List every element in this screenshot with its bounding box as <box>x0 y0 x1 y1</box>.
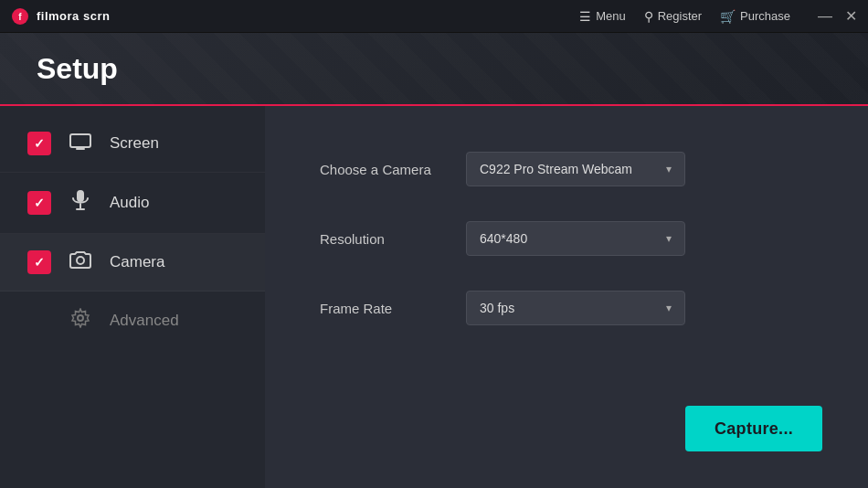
main-content: ✓ Screen ✓ <box>0 106 868 488</box>
cart-icon: 🛒 <box>720 9 736 24</box>
resolution-setting-row: Resolution 640*480 ▾ <box>320 221 813 256</box>
framerate-dropdown[interactable]: 30 fps ▾ <box>466 291 685 325</box>
framerate-dropdown-arrow-icon: ▾ <box>666 302 672 314</box>
camera-dropdown-arrow-icon: ▾ <box>666 163 672 175</box>
camera-label: Choose a Camera <box>320 162 466 177</box>
sidebar-item-audio[interactable]: ✓ Audio <box>0 173 265 234</box>
svg-rect-2 <box>70 134 90 147</box>
mic-icon <box>68 189 93 217</box>
register-button[interactable]: ⚲ Register <box>644 9 702 24</box>
framerate-label: Frame Rate <box>320 301 466 316</box>
purchase-button[interactable]: 🛒 Purchase <box>720 9 790 24</box>
sidebar-advanced-label: Advanced <box>110 312 179 330</box>
titlebar: f filmora scrn ☰ Menu ⚲ Register 🛒 Purch… <box>0 0 868 33</box>
register-icon: ⚲ <box>644 9 653 24</box>
svg-rect-5 <box>77 190 84 202</box>
svg-point-9 <box>78 315 83 321</box>
window-controls: — ✕ <box>818 9 857 24</box>
camera-icon <box>68 250 93 274</box>
sidebar-item-camera[interactable]: ✓ Camera <box>0 234 265 292</box>
screen-icon <box>68 132 93 155</box>
settings-panel: Choose a Camera C922 Pro Stream Webcam ▾… <box>265 106 868 488</box>
filmora-logo-icon: f <box>11 7 29 26</box>
resolution-dropdown[interactable]: 640*480 ▾ <box>466 221 685 256</box>
titlebar-right: ☰ Menu ⚲ Register 🛒 Purchase — ✕ <box>579 9 857 24</box>
check-icon: ✓ <box>34 136 45 151</box>
close-button[interactable]: ✕ <box>845 9 857 24</box>
sidebar-screen-label: Screen <box>110 134 159 153</box>
page-title: Setup <box>37 52 118 86</box>
screen-checkbox[interactable]: ✓ <box>27 132 51 155</box>
sidebar-camera-label: Camera <box>110 253 164 271</box>
app-logo-text: filmora scrn <box>37 9 110 23</box>
framerate-value: 30 fps <box>480 301 514 315</box>
sidebar-audio-label: Audio <box>110 194 149 212</box>
audio-checkbox[interactable]: ✓ <box>27 191 51 215</box>
camera-dropdown[interactable]: C922 Pro Stream Webcam ▾ <box>466 152 685 186</box>
resolution-label: Resolution <box>320 231 466 247</box>
capture-button[interactable]: Capture... <box>685 406 822 451</box>
camera-value: C922 Pro Stream Webcam <box>480 162 632 176</box>
resolution-value: 640*480 <box>480 231 527 246</box>
menu-icon: ☰ <box>579 9 591 24</box>
gear-icon <box>68 308 93 334</box>
camera-checkbox[interactable]: ✓ <box>27 250 51 274</box>
check-icon: ✓ <box>34 255 45 270</box>
sidebar: ✓ Screen ✓ <box>0 106 265 488</box>
sidebar-item-advanced[interactable]: Advanced <box>0 292 265 350</box>
sidebar-item-screen[interactable]: ✓ Screen <box>0 115 265 173</box>
framerate-setting-row: Frame Rate 30 fps ▾ <box>320 291 813 325</box>
minimize-button[interactable]: — <box>818 9 832 24</box>
svg-point-8 <box>77 257 84 264</box>
resolution-dropdown-arrow-icon: ▾ <box>666 232 672 245</box>
titlebar-left: f filmora scrn <box>11 7 110 26</box>
camera-setting-row: Choose a Camera C922 Pro Stream Webcam ▾ <box>320 152 813 186</box>
menu-button[interactable]: ☰ Menu <box>579 9 626 24</box>
check-icon: ✓ <box>34 196 45 210</box>
setup-header: Setup <box>0 33 868 106</box>
